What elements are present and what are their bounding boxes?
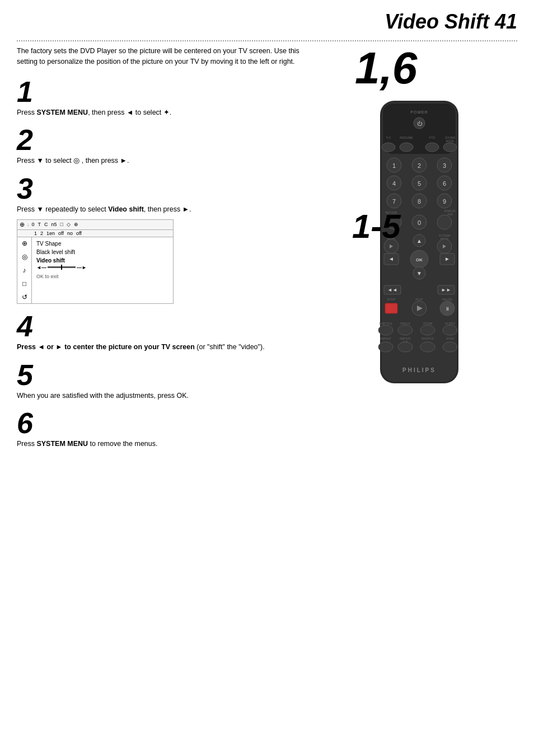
- svg-text:PHILIPS: PHILIPS: [402, 367, 436, 373]
- svg-text:RESUME: RESUME: [400, 136, 413, 139]
- svg-text:◄◄: ◄◄: [387, 287, 397, 293]
- step-4-block: 4 Press ◄ or ► to center the picture on …: [17, 312, 308, 353]
- step-4-instruction: Press ◄ or ► to center the picture on yo…: [17, 342, 308, 353]
- step-6-block: 6 Press SYSTEM MENU to remove the menus.: [17, 408, 308, 449]
- svg-text:1: 1: [392, 162, 396, 169]
- svg-text:0: 0: [418, 219, 421, 226]
- step-5-number: 5: [17, 360, 308, 389]
- step-5-block: 5 When you are satisfied with the adjust…: [17, 360, 308, 401]
- svg-text:FTS: FTS: [429, 136, 435, 139]
- step-4-number: 4: [17, 312, 308, 341]
- svg-point-14: [443, 143, 457, 152]
- svg-text:5: 5: [418, 180, 421, 187]
- menu-ok-exit-label: OK to exit: [36, 274, 168, 279]
- step-1-number: 1: [17, 77, 308, 106]
- menu-item-tvshape: TV Shape: [36, 240, 168, 248]
- step-range-bottom: 1-5: [352, 210, 401, 243]
- svg-text:SHUFFLE: SHUFFLE: [421, 337, 434, 340]
- svg-text:DIM: DIM: [447, 213, 452, 216]
- svg-text:4: 4: [392, 180, 396, 187]
- step-3-instruction: Press ▼ repeatedly to select Video shift…: [17, 204, 308, 215]
- svg-point-75: [398, 325, 413, 335]
- svg-text:SCAN: SCAN: [446, 337, 454, 340]
- menu-icon-audio: ♪: [23, 266, 26, 274]
- svg-point-13: [425, 143, 439, 152]
- menu-icon-tv: ◎: [22, 253, 27, 261]
- svg-text:2: 2: [418, 162, 421, 169]
- step-3-block: 3 Press ▼ repeatedly to select Video shi…: [17, 174, 308, 304]
- step-2-number: 2: [17, 125, 308, 154]
- svg-point-76: [420, 325, 435, 335]
- menu-icon-reset: ↺: [22, 293, 27, 301]
- menu-icon-screen: □: [22, 280, 26, 288]
- menu-icon-settings: ⊕: [22, 240, 27, 247]
- svg-text:◄: ◄: [388, 256, 394, 262]
- left-content-area: The factory sets the DVD Player so the p…: [17, 46, 308, 457]
- svg-text:MODE: MODE: [446, 139, 455, 143]
- page-title: Video Shift 41: [385, 10, 517, 34]
- step-6-instruction: Press SYSTEM MENU to remove the menus.: [17, 439, 308, 449]
- svg-point-11: [382, 143, 395, 152]
- menu-diagram: ⊕ ↓ 0 T C n5 □ ◇ ⊕ 1 2 1en off no: [17, 219, 174, 304]
- svg-text:REPEAT: REPEAT: [380, 337, 391, 340]
- svg-rect-65: [385, 303, 397, 313]
- remote-control: 1-5 POWER ⏻ T-C RESUME FTS SOUND MODE: [372, 98, 523, 391]
- svg-text:⏸: ⏸: [445, 306, 450, 312]
- step-5-instruction: When you are satisfied with the adjustme…: [17, 391, 308, 401]
- step-range-top: 1,6: [355, 46, 417, 91]
- svg-point-39: [437, 215, 452, 229]
- svg-text:PAUSE: PAUSE: [442, 298, 453, 301]
- svg-text:T-C: T-C: [386, 136, 391, 139]
- svg-point-74: [378, 325, 393, 335]
- svg-text:6: 6: [443, 180, 446, 187]
- svg-point-85: [420, 342, 435, 352]
- svg-text:STOP: STOP: [387, 298, 396, 301]
- svg-text:▼: ▼: [416, 270, 422, 276]
- step-2-instruction: Press ▼ to select ◎ , then press ►.: [17, 156, 308, 166]
- svg-text:PLAY: PLAY: [415, 298, 423, 301]
- menu-item-videoshift: Video shift ◄— —►: [36, 256, 168, 271]
- svg-text:▲: ▲: [416, 238, 422, 244]
- step-3-number: 3: [17, 174, 308, 203]
- svg-point-84: [398, 342, 413, 352]
- svg-text:AUDIO: AUDIO: [445, 322, 455, 325]
- step-6-number: 6: [17, 408, 308, 438]
- svg-text:OK: OK: [416, 257, 423, 262]
- svg-text:ZOOM: ZOOM: [423, 322, 433, 325]
- menu-item-blacklevel: Black level shift: [36, 248, 168, 256]
- svg-text:►►: ►►: [441, 287, 451, 293]
- svg-text:7: 7: [392, 198, 396, 205]
- svg-text:ANGLE: ANGLE: [400, 322, 411, 325]
- svg-text:SUBTITLE: SUBTITLE: [379, 322, 393, 325]
- svg-point-12: [400, 143, 413, 152]
- step-1-instruction: Press SYSTEM MENU, then press ◄ to selec…: [17, 107, 308, 118]
- intro-text: The factory sets the DVD Player so the p…: [17, 46, 308, 67]
- section-divider: [17, 40, 517, 41]
- step-1-block: 1 Press SYSTEM MENU, then press ◄ to sel…: [17, 77, 308, 118]
- svg-point-83: [378, 342, 393, 352]
- svg-text:POWER: POWER: [410, 110, 428, 114]
- svg-text:8: 8: [418, 198, 421, 205]
- svg-text:3: 3: [443, 162, 446, 169]
- svg-point-77: [443, 325, 457, 335]
- svg-point-86: [443, 342, 457, 352]
- svg-text:9: 9: [443, 198, 446, 205]
- right-panel: 1,6 1-5 POWER ⏻ T-C RESUME FTS SOUND MOD…: [355, 46, 523, 391]
- step-2-block: 2 Press ▼ to select ◎ , then press ►.: [17, 125, 308, 166]
- svg-text:⏻: ⏻: [417, 121, 423, 126]
- svg-text:►: ►: [444, 256, 450, 262]
